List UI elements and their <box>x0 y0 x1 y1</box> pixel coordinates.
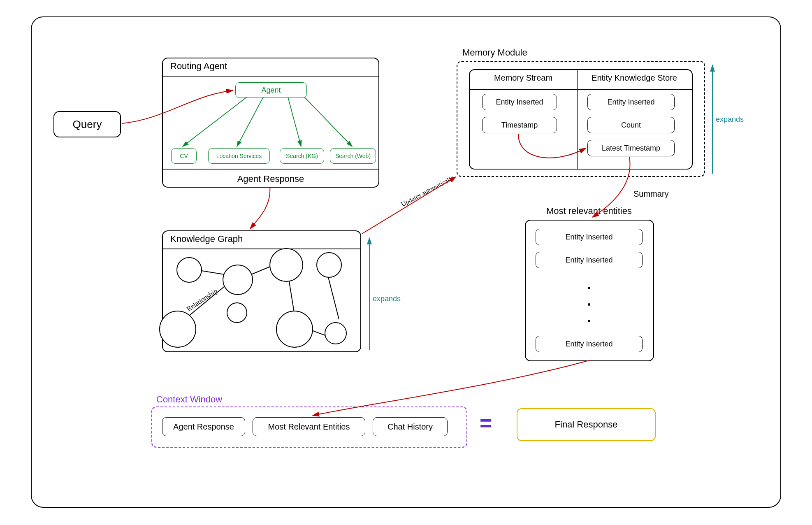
entity-store-title: Entity Knowledge Store <box>577 73 692 83</box>
query-box: Query <box>53 111 121 137</box>
tool-cv: CV <box>171 148 197 164</box>
pill-label: Entity Inserted <box>565 233 612 242</box>
pill-label: Latest Timestamp <box>602 144 660 153</box>
tool-search-kg: Search (KG) <box>280 148 324 164</box>
pill-label: Timestamp <box>501 121 538 130</box>
pill-label: Most Relevant Entities <box>268 422 350 432</box>
cw-most-relevant: Most Relevant Entities <box>253 417 365 436</box>
mre-item-1: Entity Inserted <box>536 252 643 268</box>
divider <box>163 169 378 170</box>
memory-module-title: Memory Module <box>462 47 527 58</box>
stream-item-entity: Entity Inserted <box>482 94 557 110</box>
expands-memory-label: expands <box>716 115 744 124</box>
pill-label: Entity Inserted <box>607 98 654 107</box>
routing-agent-footer: Agent Response <box>163 174 378 184</box>
divider <box>470 89 692 90</box>
summary-label: Summary <box>633 189 669 199</box>
equals-sign: = <box>480 411 492 435</box>
kg-title: Knowledge Graph <box>163 234 360 244</box>
tool-label: CV <box>180 153 188 159</box>
mre-item-0: Entity Inserted <box>536 229 643 245</box>
agent-pill: Agent <box>235 82 307 98</box>
tool-location: Location Services <box>208 148 270 164</box>
agent-label: Agent <box>261 86 281 95</box>
expands-kg-label: expands <box>373 295 401 303</box>
mre-item-2: Entity Inserted <box>536 336 643 352</box>
store-item-count: Count <box>587 117 675 133</box>
divider <box>577 70 578 169</box>
pill-label: Count <box>621 121 641 130</box>
divider <box>163 76 378 77</box>
tool-label: Search (Web) <box>335 153 371 159</box>
knowledge-graph-box: Knowledge Graph <box>162 230 361 352</box>
final-response-box: Final Response <box>517 408 656 441</box>
cw-chat-history: Chat History <box>373 417 448 436</box>
stream-item-timestamp: Timestamp <box>482 117 557 133</box>
pill-label: Chat History <box>387 422 433 432</box>
routing-agent-title: Routing Agent <box>163 61 378 72</box>
pill-label: Entity Inserted <box>496 98 543 107</box>
routing-agent-box: Routing Agent Agent Response Agent CV Lo… <box>162 58 379 188</box>
tool-label: Location Services <box>216 153 262 159</box>
diagram-canvas: Query Routing Agent Agent Response Agent… <box>0 0 812 525</box>
store-item-entity: Entity Inserted <box>587 94 675 110</box>
most-relevant-title: Most relevant entities <box>546 206 632 216</box>
query-label: Query <box>73 118 102 131</box>
tool-search-web: Search (Web) <box>330 148 376 164</box>
context-window-title: Context Window <box>156 394 222 405</box>
entity-handlabel: Entity <box>180 265 197 274</box>
divider <box>163 249 360 249</box>
memory-stream-title: Memory Stream <box>470 73 577 83</box>
final-response-label: Final Response <box>555 419 618 430</box>
tool-label: Search (KG) <box>286 153 318 159</box>
cw-agent-response: Agent Response <box>162 417 245 436</box>
pill-label: Entity Inserted <box>565 256 612 265</box>
store-item-latest-ts: Latest Timestamp <box>587 140 675 156</box>
pill-label: Agent Response <box>173 422 234 432</box>
pill-label: Entity Inserted <box>565 340 612 348</box>
